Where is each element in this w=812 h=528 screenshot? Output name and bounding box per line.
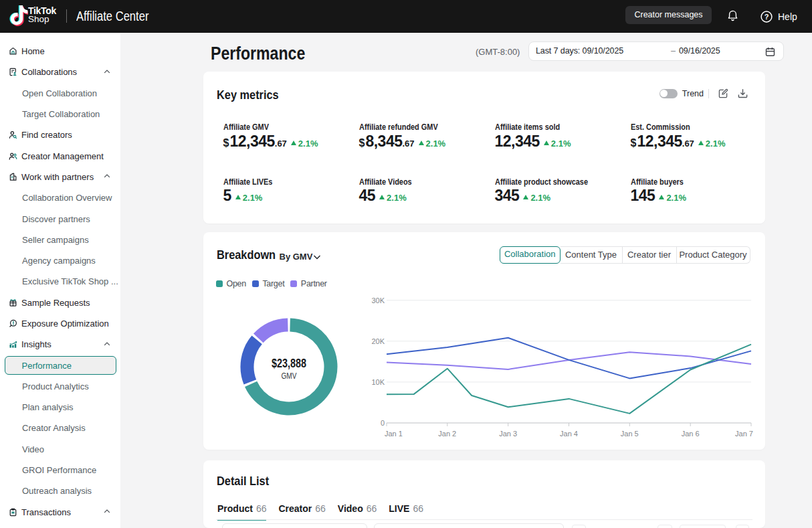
svg-text:Jan 4: Jan 4 xyxy=(560,430,578,438)
svg-text:Jan 1: Jan 1 xyxy=(385,430,403,438)
svg-text:Jan 3: Jan 3 xyxy=(499,430,517,438)
svg-text:?: ? xyxy=(765,13,769,21)
svg-text:Jan 5: Jan 5 xyxy=(621,430,639,438)
svg-text:GMV: GMV xyxy=(282,371,297,381)
svg-text:Jan 6: Jan 6 xyxy=(682,430,700,438)
svg-text:$23,888: $23,888 xyxy=(272,357,306,370)
svg-text:0: 0 xyxy=(381,419,385,427)
svg-text:Jan 2: Jan 2 xyxy=(438,430,456,438)
svg-text:30K: 30K xyxy=(371,296,385,304)
svg-text:10K: 10K xyxy=(371,378,385,386)
svg-text:Jan 7: Jan 7 xyxy=(735,430,753,438)
svg-text:20K: 20K xyxy=(371,337,385,345)
